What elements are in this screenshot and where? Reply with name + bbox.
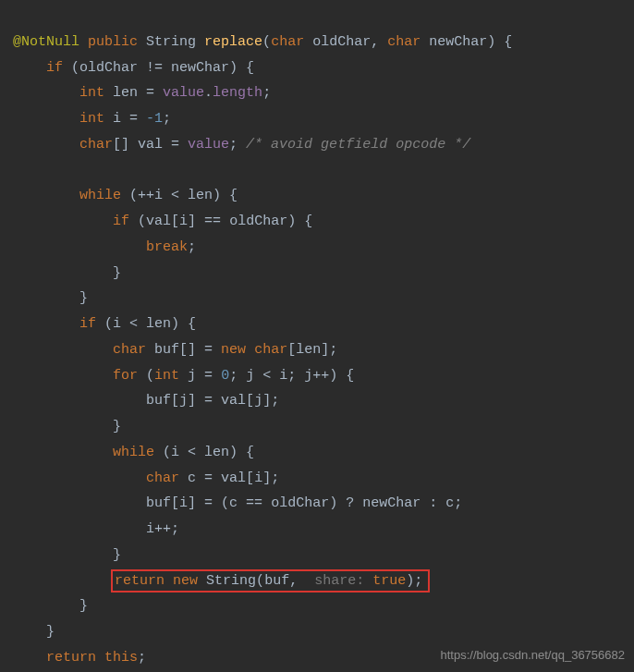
code-line: break; — [13, 239, 196, 255]
highlighted-return-line: return new String(buf, share: true); — [111, 569, 430, 593]
code-line: @NotNull public String replace(char oldC… — [13, 34, 512, 50]
code-line: while (++i < len) { — [13, 188, 238, 203]
code-line: buf[j] = val[j]; — [13, 393, 279, 409]
code-line: while (i < len) { — [13, 445, 254, 460]
code-line: char buf[] = new char[len]; — [13, 342, 337, 358]
code-line: return this; — [13, 650, 146, 666]
code-line: if (oldChar != newChar) { — [13, 60, 254, 76]
code-line: buf[i] = (c == oldChar) ? newChar : c; — [13, 495, 462, 511]
code-line: } — [13, 547, 121, 563]
code-line: if (val[i] == oldChar) { — [13, 214, 312, 229]
code-line: } — [13, 624, 55, 640]
code-line: int i = -1; — [13, 111, 171, 127]
code-editor[interactable]: @NotNull public String replace(char oldC… — [0, 0, 634, 671]
code-line: int len = value.length; — [13, 85, 271, 101]
code-line: } — [13, 265, 121, 281]
code-line — [13, 163, 21, 178]
code-line: char c = val[i]; — [13, 470, 279, 486]
code-line: } — [13, 598, 88, 614]
parameter-hint: share: — [314, 573, 364, 589]
code-line: i++; — [13, 521, 179, 537]
code-line: if (i < len) { — [13, 316, 196, 332]
code-line: return new String(buf, share: true); — [13, 573, 430, 589]
comment: /* avoid getfield opcode */ — [246, 137, 470, 153]
code-line: } — [13, 290, 88, 306]
watermark: https://blog.csdn.net/qq_36756682 — [441, 644, 626, 666]
code-line: char[] val = value; /* avoid getfield op… — [13, 137, 470, 153]
code-line: } — [13, 419, 121, 434]
code-line: for (int j = 0; j < i; j++) { — [13, 368, 354, 384]
annotation: @NotNull — [13, 34, 79, 50]
